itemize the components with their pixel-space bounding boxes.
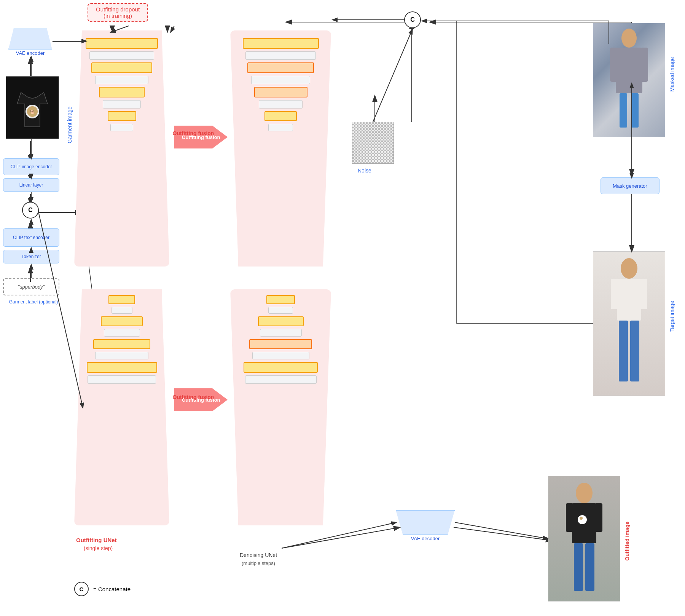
svg-rect-34 [640, 48, 648, 82]
outfitting-unet-label: Outfitting UNet [76, 537, 117, 543]
svg-rect-49 [574, 543, 583, 591]
svg-point-31 [621, 29, 637, 48]
target-image-label: Target image [669, 301, 675, 332]
concat-circle-left: C [22, 202, 39, 219]
outfitted-image-label: Outfitted image [624, 522, 630, 561]
outfitted-image [548, 476, 620, 602]
linear-layer: Linear layer [3, 178, 59, 192]
tokenizer: Tokenizer [3, 250, 59, 263]
svg-rect-32 [616, 48, 642, 93]
svg-rect-46 [595, 503, 602, 532]
clip-text-encoder: CLIP text encoder [3, 228, 59, 247]
outfitting-unet-sublabel: (single step) [84, 545, 113, 551]
svg-point-37 [621, 258, 637, 279]
concat-legend: C = Concatenate [74, 582, 131, 596]
svg-rect-38 [617, 279, 641, 321]
svg-rect-40 [640, 279, 647, 309]
outfitting-fusion-bottom: Outfitting fusion [174, 385, 228, 415]
denoising-unet-label: Denoising UNet [240, 552, 277, 558]
garment-label-box: "upperbody" [3, 278, 59, 295]
svg-rect-33 [610, 48, 618, 82]
masked-image [593, 23, 665, 137]
svg-line-64 [373, 29, 413, 122]
vae-decoder: VAE decoder [396, 510, 455, 541]
garment-image: 🐕 [6, 76, 59, 139]
outfitting-dropout-label: Outfitting dropout (in training) [88, 3, 148, 22]
target-image [593, 251, 665, 396]
vae-encoder-left: VAE encoder [8, 29, 52, 56]
outfitting-unet-top-blocks [82, 38, 162, 131]
svg-rect-36 [631, 93, 639, 128]
svg-rect-50 [585, 543, 594, 591]
svg-line-24 [454, 527, 553, 541]
noise-label: Noise [358, 168, 371, 174]
clip-image-encoder: CLIP image encoder [3, 158, 59, 175]
svg-rect-45 [566, 503, 573, 532]
masked-image-label: Masked image [669, 57, 675, 92]
garment-image-label: Garment image [67, 107, 73, 143]
svg-line-63 [170, 26, 174, 32]
svg-rect-41 [619, 321, 628, 381]
noise-box [352, 122, 394, 164]
svg-point-43 [576, 483, 593, 503]
mask-generator: Mask generator [601, 177, 660, 194]
svg-rect-35 [620, 93, 627, 128]
garment-label-optional: Garment label (optional) [3, 299, 64, 305]
outfitting-fusion-top: Outfitting fusion [174, 122, 228, 152]
svg-line-23 [282, 527, 400, 548]
denoising-unet-sublabel: (multiple steps) [242, 560, 275, 566]
svg-point-48 [580, 517, 583, 520]
svg-line-75 [455, 522, 548, 539]
svg-rect-42 [630, 321, 639, 381]
svg-line-74 [282, 522, 397, 548]
concat-circle-top-right: C [404, 11, 421, 28]
svg-text:🐕: 🐕 [30, 110, 35, 115]
denoising-unet-top-blocks [234, 38, 327, 131]
svg-point-47 [578, 515, 587, 524]
denoising-unet-bottom-blocks [234, 295, 327, 384]
outfitting-unet-bottom-blocks [82, 295, 162, 384]
svg-rect-39 [611, 279, 618, 309]
